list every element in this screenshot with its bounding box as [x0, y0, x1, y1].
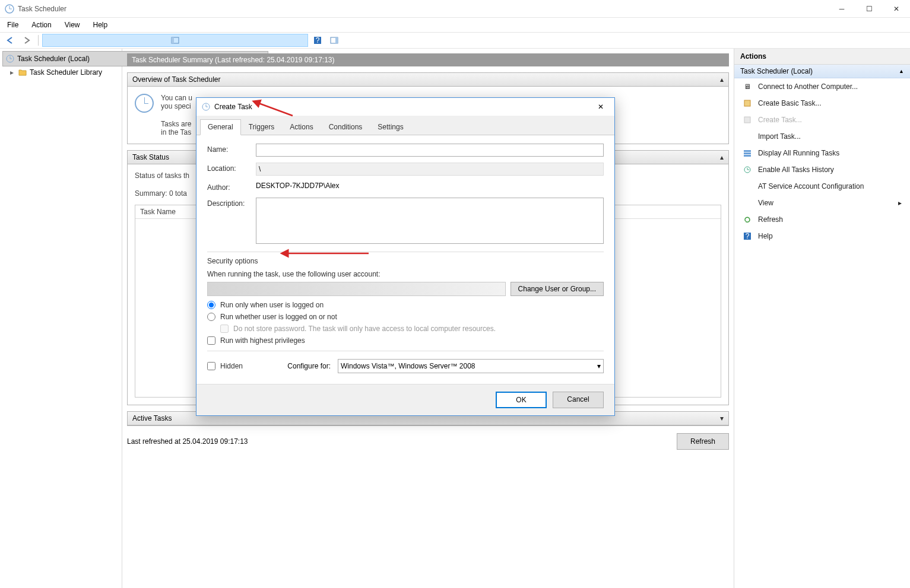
name-input[interactable]	[256, 144, 604, 157]
refresh-button[interactable]: Refresh	[677, 433, 729, 450]
tab-triggers[interactable]: Triggers	[241, 119, 283, 135]
svg-rect-19	[744, 150, 751, 152]
actions-subheader-label: Task Scheduler (Local)	[740, 67, 813, 75]
change-user-button[interactable]: Change User or Group...	[511, 282, 604, 296]
action-connect[interactable]: 🖥Connect to Another Computer...	[734, 78, 910, 95]
user-account-field	[207, 282, 506, 296]
last-refreshed: Last refreshed at 25.04.2019 09:17:13	[127, 437, 248, 446]
svg-rect-4	[172, 37, 174, 43]
action-enable-history[interactable]: Enable All Tasks History	[734, 161, 910, 178]
tab-conditions[interactable]: Conditions	[321, 119, 370, 135]
radio-loggedon[interactable]: Run only when user is logged on	[207, 301, 604, 309]
radio-loggedon-input[interactable]	[207, 301, 215, 309]
menubar: File Action View Help	[0, 18, 910, 32]
svg-rect-8	[335, 37, 338, 43]
blank-icon	[743, 198, 752, 208]
ok-button[interactable]: OK	[496, 392, 547, 408]
check-hidden-input[interactable]	[207, 362, 215, 370]
check-nopassword-label: Do not store password. The task will onl…	[233, 325, 496, 333]
action-at-config-label: AT Service Account Configuration	[758, 182, 864, 190]
taskstatus-title: Task Status	[132, 153, 169, 161]
overview-line-1: You can u	[161, 94, 192, 102]
cancel-button[interactable]: Cancel	[553, 392, 604, 408]
tree-panel: Task Scheduler (Local) ▸ Task Scheduler …	[0, 49, 122, 588]
summary-header: Task Scheduler Summary (Last refreshed: …	[127, 53, 729, 66]
action-help[interactable]: ?Help	[734, 228, 910, 244]
svg-rect-17	[744, 100, 750, 106]
action-create-basic-label: Create Basic Task...	[758, 99, 822, 107]
overview-title: Overview of Task Scheduler	[132, 75, 221, 84]
overview-line-2: you speci	[161, 102, 191, 110]
desc-input[interactable]	[256, 198, 604, 244]
menu-action[interactable]: Action	[29, 20, 53, 30]
tree-child[interactable]: ▸ Task Scheduler Library	[2, 66, 119, 78]
clock-icon	[135, 94, 154, 113]
check-nopassword-input	[220, 325, 229, 333]
action-import-label: Import Task...	[758, 132, 801, 141]
blank-icon	[743, 182, 752, 191]
actions-subheader[interactable]: Task Scheduler (Local)▲	[734, 65, 910, 78]
svg-text:?: ?	[746, 232, 750, 240]
menu-file[interactable]: File	[5, 20, 21, 30]
check-highest[interactable]: Run with highest privileges	[207, 336, 604, 345]
security-options-label: Security options	[207, 257, 604, 265]
radio-whether-label: Run whether user is logged on or not	[220, 313, 337, 321]
action-create-basic[interactable]: Create Basic Task...	[734, 95, 910, 112]
actions-panel: Actions Task Scheduler (Local)▲ 🖥Connect…	[734, 49, 910, 588]
tab-settings[interactable]: Settings	[370, 119, 411, 135]
help-toolbar-button[interactable]: ?	[310, 34, 325, 47]
close-button[interactable]: ✕	[883, 0, 910, 18]
menu-view[interactable]: View	[62, 20, 83, 30]
svg-text:?: ?	[316, 36, 320, 45]
author-label: Author:	[207, 182, 256, 192]
action-at-config[interactable]: AT Service Account Configuration	[734, 178, 910, 195]
radio-loggedon-label: Run only when user is logged on	[220, 301, 324, 309]
collapse-icon[interactable]: ▴	[720, 75, 724, 84]
svg-rect-18	[744, 117, 750, 123]
back-button[interactable]	[4, 34, 18, 47]
radio-whether-input[interactable]	[207, 313, 215, 321]
author-value: DESKTOP-7KJDD7P\Alex	[256, 182, 604, 190]
maximize-button[interactable]: ☐	[855, 0, 883, 18]
overview-line-4: in the Tas	[161, 128, 191, 136]
list-icon	[743, 148, 752, 158]
panel-button-1[interactable]	[42, 34, 308, 47]
minimize-button[interactable]: ─	[828, 0, 855, 18]
computer-icon: 🖥	[743, 82, 752, 91]
action-refresh-label: Refresh	[758, 215, 783, 224]
chevron-right-icon: ▸	[898, 199, 902, 207]
toolbar: ?	[0, 32, 910, 49]
collapse-icon[interactable]: ▲	[899, 68, 904, 74]
action-import[interactable]: Import Task...	[734, 128, 910, 145]
configure-for-select[interactable]: Windows Vista™, Windows Server™ 2008▾	[338, 359, 604, 373]
action-refresh[interactable]: Refresh	[734, 211, 910, 228]
chevron-right-icon[interactable]: ▸	[8, 68, 15, 77]
menu-help[interactable]: Help	[91, 20, 110, 30]
clock-icon	[5, 4, 14, 14]
action-connect-label: Connect to Another Computer...	[758, 82, 858, 91]
svg-line-15	[259, 103, 293, 116]
check-hidden[interactable]: Hidden	[207, 362, 243, 370]
forward-button[interactable]	[20, 34, 34, 47]
tab-actions[interactable]: Actions	[282, 119, 321, 135]
action-view[interactable]: View▸	[734, 195, 910, 211]
tree-child-label: Task Scheduler Library	[30, 68, 102, 77]
action-help-label: Help	[758, 232, 773, 240]
titlebar: Task Scheduler ─ ☐ ✕	[0, 0, 910, 18]
location-field	[256, 163, 604, 176]
svg-rect-20	[744, 152, 751, 154]
action-display-running[interactable]: Display All Running Tasks	[734, 145, 910, 161]
security-when-label: When running the task, use the following…	[207, 270, 604, 278]
svg-rect-21	[744, 155, 751, 157]
check-hidden-label: Hidden	[220, 362, 243, 370]
collapse-icon[interactable]: ▴	[720, 153, 724, 161]
check-highest-input[interactable]	[207, 336, 215, 345]
import-icon	[743, 132, 752, 141]
dialog-close-button[interactable]: ✕	[592, 103, 610, 111]
action-enable-history-label: Enable All Tasks History	[758, 166, 834, 174]
expand-icon[interactable]: ▾	[720, 414, 724, 422]
tree-root-label: Task Scheduler (Local)	[17, 55, 90, 63]
panel-button-2[interactable]	[327, 34, 341, 47]
tab-general[interactable]: General	[200, 119, 241, 135]
radio-whether[interactable]: Run whether user is logged on or not	[207, 313, 604, 321]
